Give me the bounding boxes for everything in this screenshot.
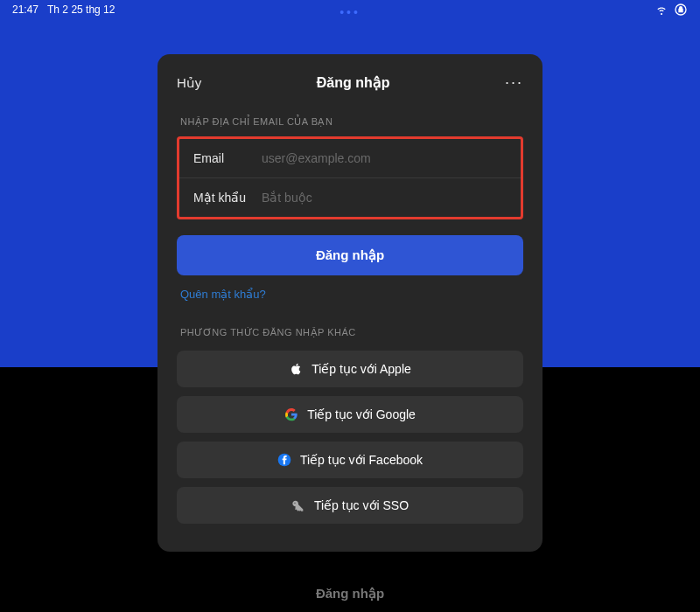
google-button-label: Tiếp tục với Google xyxy=(307,407,416,421)
email-field[interactable] xyxy=(262,151,507,165)
continue-apple-button[interactable]: Tiếp tục với Apple xyxy=(177,351,523,387)
background-login-title: Đăng nhập xyxy=(316,586,384,602)
continue-google-button[interactable]: Tiếp tục với Google xyxy=(177,396,523,433)
facebook-icon xyxy=(277,453,291,467)
sso-button-label: Tiếp tục với SSO xyxy=(314,498,409,512)
key-icon xyxy=(291,498,305,512)
status-time: 21:47 xyxy=(12,3,38,16)
credentials-group: Email Mật khẩu xyxy=(177,136,523,219)
multitask-dots-icon[interactable]: ••• xyxy=(340,5,360,19)
google-icon xyxy=(284,407,298,421)
password-field[interactable] xyxy=(262,191,507,205)
apple-icon xyxy=(289,362,303,376)
continue-facebook-button[interactable]: Tiếp tục với Facebook xyxy=(177,442,523,478)
continue-sso-button[interactable]: Tiếp tục với SSO xyxy=(177,487,523,524)
login-modal: Hủy Đăng nhập ··· NHẬP ĐỊA CHỈ EMAIL CỦA… xyxy=(158,54,542,552)
more-button[interactable]: ··· xyxy=(505,73,523,92)
modal-title: Đăng nhập xyxy=(317,74,390,91)
email-section-label: NHẬP ĐỊA CHỈ EMAIL CỦA BẠN xyxy=(177,116,523,128)
facebook-button-label: Tiếp tục với Facebook xyxy=(300,453,423,467)
apple-button-label: Tiếp tục với Apple xyxy=(312,362,411,376)
alt-login-section-label: PHƯƠNG THỨC ĐĂNG NHẬP KHÁC xyxy=(177,327,523,338)
status-date: Th 2 25 thg 12 xyxy=(47,3,115,16)
password-label: Mật khẩu xyxy=(193,191,262,205)
login-button[interactable]: Đăng nhập xyxy=(177,235,523,275)
orientation-lock-icon xyxy=(674,3,688,17)
cancel-button[interactable]: Hủy xyxy=(177,75,201,91)
forgot-password-link[interactable]: Quên mật khẩu? xyxy=(177,288,266,301)
wifi-icon xyxy=(654,3,668,17)
email-label: Email xyxy=(193,151,262,165)
